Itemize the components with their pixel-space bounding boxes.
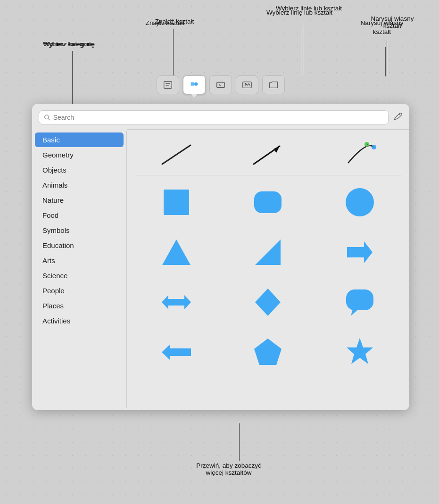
toolbar-shapes-btn[interactable]	[183, 75, 206, 94]
annotation-kategorie-label: Wybierz kategorię	[39, 41, 100, 48]
sidebar-item-science[interactable]: Science	[35, 268, 124, 283]
toolbar-text-btn[interactable]	[157, 75, 179, 94]
annotation-linia-label: Wybierz linię lub kształt	[271, 5, 347, 12]
sidebar-item-people[interactable]: People	[35, 283, 124, 298]
sidebar-item-symbols[interactable]: Symbols	[35, 223, 124, 238]
toolbar: A	[32, 75, 409, 94]
sidebar-item-nature[interactable]: Nature	[35, 193, 124, 207]
sidebar-item-basic[interactable]: Basic	[35, 132, 124, 147]
shape-right-triangle[interactable]	[226, 231, 310, 273]
svg-line-12	[162, 145, 191, 164]
shape-rounded-rect[interactable]	[226, 181, 310, 223]
svg-marker-14	[273, 146, 280, 153]
shapes-grid	[134, 177, 402, 377]
search-input[interactable]	[53, 114, 383, 121]
svg-rect-26	[346, 289, 373, 310]
svg-marker-21	[162, 240, 191, 265]
svg-point-9	[45, 115, 49, 119]
sidebar: Basic Geometry Objects Animals Nature Fo…	[32, 129, 126, 410]
content-area: Basic Geometry Objects Animals Nature Fo…	[32, 129, 409, 410]
sidebar-item-geometry[interactable]: Geometry	[35, 148, 124, 162]
sidebar-item-education[interactable]: Education	[35, 238, 124, 253]
sidebar-item-objects[interactable]: Objects	[35, 163, 124, 177]
shape-diamond[interactable]	[226, 281, 310, 323]
shape-arrow-right[interactable]	[318, 231, 402, 273]
toolbar-textbox-btn[interactable]: A	[209, 75, 232, 94]
shape-line[interactable]	[134, 138, 218, 171]
shape-double-arrow[interactable]	[134, 281, 218, 323]
svg-rect-19	[254, 191, 282, 213]
sidebar-item-arts[interactable]: Arts	[35, 253, 124, 268]
search-wrapper[interactable]	[39, 110, 389, 124]
shape-triangle[interactable]	[134, 231, 218, 273]
svg-marker-24	[162, 295, 191, 309]
sidebar-item-places[interactable]: Places	[35, 298, 124, 313]
shape-speech-bubble[interactable]	[318, 281, 402, 323]
svg-line-10	[48, 119, 50, 120]
shapes-area	[127, 129, 409, 410]
draw-pen-btn[interactable]	[392, 111, 403, 124]
lines-row	[134, 134, 402, 175]
svg-rect-18	[164, 190, 189, 215]
svg-marker-22	[255, 240, 281, 265]
annotation-przewin-label: Przewiń, aby zobaczyćwięcej kształtów	[174, 462, 283, 476]
shapes-panel: Basic Geometry Objects Animals Nature Fo…	[32, 104, 409, 410]
svg-marker-28	[162, 344, 191, 360]
svg-marker-30	[347, 338, 373, 364]
svg-point-4	[194, 83, 198, 86]
search-icon	[44, 114, 50, 121]
shape-arrow-line[interactable]	[226, 138, 310, 171]
ann-line-znajdz	[173, 29, 174, 76]
shape-pentagon[interactable]	[226, 331, 310, 373]
toolbar-media-btn[interactable]	[236, 75, 258, 94]
svg-point-20	[346, 188, 374, 216]
ann-line-linia	[303, 25, 303, 76]
sidebar-item-food[interactable]: Food	[35, 208, 124, 223]
svg-text:A: A	[218, 83, 221, 87]
svg-point-8	[245, 83, 246, 84]
svg-marker-23	[347, 241, 373, 263]
annotation-line-3	[302, 27, 302, 76]
svg-rect-3	[191, 83, 194, 86]
toolbar-folder-btn[interactable]	[262, 75, 285, 94]
shape-star[interactable]	[318, 331, 402, 373]
svg-marker-29	[254, 339, 282, 365]
svg-rect-0	[164, 82, 172, 89]
svg-point-11	[399, 114, 400, 115]
annotation-narysuj-label: Narysuj własnykształt	[359, 15, 425, 29]
shape-circle[interactable]	[318, 181, 402, 223]
shape-curve-line[interactable]	[318, 138, 402, 171]
ann-line-przewin	[239, 423, 240, 461]
sidebar-item-animals[interactable]: Animals	[35, 178, 124, 192]
ann-line-narysuj	[387, 41, 387, 76]
svg-marker-25	[255, 289, 281, 316]
svg-marker-27	[351, 309, 358, 316]
annotation-znajdz-label: Znajdź kształt	[146, 18, 203, 25]
annotation-line-4	[385, 47, 386, 76]
sidebar-item-activities[interactable]: Activities	[35, 314, 124, 328]
shape-arrow-left-rect[interactable]	[134, 331, 218, 373]
search-bar	[32, 104, 409, 124]
shape-square[interactable]	[134, 181, 218, 223]
